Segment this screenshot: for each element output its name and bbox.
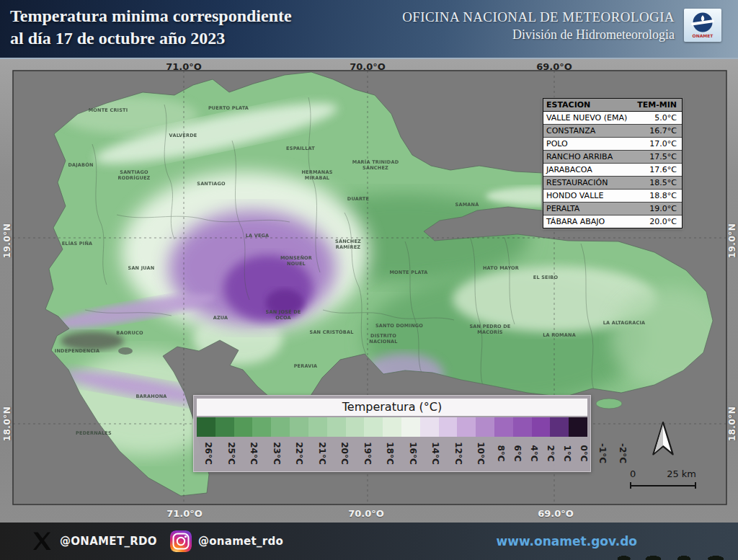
legend-label-cell: 22°C	[288, 438, 311, 468]
onamet-logo: ONAMET	[684, 9, 721, 42]
province-label: LA ROMANA	[533, 332, 585, 338]
legend-label-cell: 2°C	[542, 438, 559, 468]
table-row: JARABACOA 17.6°C	[543, 164, 682, 177]
station-temp: 17.0°C	[636, 138, 682, 150]
latitude-label: 19.0°N	[2, 223, 12, 259]
station-name: RANCHO ARRIBA	[543, 151, 636, 163]
province-label: MONTE PLATA	[383, 270, 435, 275]
legend-label: -1°C	[597, 443, 608, 463]
instagram-icon	[170, 530, 192, 552]
province-label: PEDERNALES	[68, 430, 120, 436]
legend-label-cell: 1°C	[559, 438, 575, 468]
legend-label-cell: 12°C	[447, 438, 470, 468]
province-label: DUARTE	[332, 196, 384, 202]
province-label: ELÍAS PIÑA	[51, 241, 103, 246]
page-title: Temperatura minima correspondiente al dí…	[10, 5, 292, 49]
legend-label: 26°C	[203, 442, 213, 465]
station-name: HONDO VALLE	[543, 190, 636, 202]
table-body: VALLE NUEVO (EMA) 5.0°C CONSTANZA 16.7°C…	[543, 112, 682, 228]
station-temp: 19.0°C	[636, 203, 682, 215]
longitude-label: 70.0°O	[350, 61, 386, 72]
page-title-line1: Temperatura minima correspondiente	[10, 5, 292, 27]
legend-swatch	[327, 417, 346, 437]
scale-bar-line	[630, 482, 696, 489]
province-label: VALVERDE	[157, 133, 209, 138]
legend-label: 0°C	[579, 445, 589, 461]
station-name: RESTAURACIÓN	[543, 177, 636, 189]
legend-swatch	[550, 417, 569, 437]
legend-label: 1°C	[562, 445, 572, 461]
station-name: TÁBARA ABAJO	[543, 215, 636, 228]
legend-label-cell: 14°C	[424, 438, 447, 468]
legend-swatch	[476, 417, 494, 437]
station-name: VALLE NUEVO (EMA)	[543, 112, 636, 124]
organization-name: OFICINA NACIONAL DE METEOROLOGIA Divisió…	[402, 9, 675, 43]
legend-label-cell: 8°C	[492, 438, 509, 468]
svg-text:ONAMET: ONAMET	[693, 33, 714, 38]
table-row: VALLE NUEVO (EMA) 5.0°C	[543, 112, 682, 125]
longitude-label: 71.0°O	[166, 61, 202, 72]
province-label: MONTE CRISTI	[82, 107, 134, 113]
legend-label: 23°C	[271, 442, 281, 465]
north-arrow-icon	[651, 421, 675, 458]
scale-end: 25 km	[667, 468, 696, 479]
instagram-handle[interactable]: @onamet_rdo	[198, 535, 283, 548]
longitude-label: 69.0°O	[536, 61, 572, 72]
legend-label: 4°C	[529, 445, 539, 461]
legend-label-cell: 26°C	[197, 438, 220, 468]
province-label: HERMANAS MIRABAL	[291, 169, 343, 182]
legend-label-cell: 18°C	[378, 438, 401, 468]
legend-label: 14°C	[430, 442, 440, 465]
longitude-label: 70.0°O	[348, 508, 384, 519]
province-label: DISTRITO NACIONAL	[357, 333, 409, 345]
legend-label: 8°C	[495, 445, 505, 461]
legend-label-cell: 16°C	[401, 438, 424, 468]
legend-swatch	[346, 417, 365, 437]
legend-label: 16°C	[407, 442, 417, 465]
org-line2: División de Hidrometeorologia	[402, 27, 675, 43]
legend-labels: 26°C 25°C 24°C 23°C 22°C 21°C 20°C 19°C …	[197, 438, 587, 468]
legend-swatch	[439, 417, 458, 437]
province-label: SANTO DOMINGO	[373, 323, 425, 329]
province-label: BAORUCO	[104, 330, 156, 336]
scale-start: 0	[630, 468, 636, 479]
legend-swatch	[532, 417, 551, 437]
longitude-label: 69.0°O	[538, 508, 574, 519]
legend-label-cell: 20°C	[333, 438, 356, 468]
province-label: SAN CRISTÓBAL	[306, 329, 357, 335]
legend-label: 21°C	[316, 442, 326, 465]
table-header-temp: TEM-MIN	[636, 99, 682, 111]
legend-swatch	[401, 417, 420, 437]
latitude-label: 18.0°N	[2, 406, 12, 442]
province-label: LA ALTAGRACIA	[598, 320, 650, 326]
station-temp: 17.6°C	[636, 164, 682, 176]
province-label: BARAHONA	[125, 394, 177, 399]
legend-colorbar	[197, 417, 587, 437]
legend-label: 6°C	[512, 445, 522, 461]
station-name: JARABACOA	[543, 164, 636, 176]
province-label: SAN JOSÉ DE OCOA	[257, 309, 309, 321]
province-label: SAN PEDRO DE MACORÍS	[464, 324, 516, 336]
legend-label: 22°C	[294, 442, 304, 465]
legend-label-cell: 4°C	[525, 438, 542, 468]
legend-swatch	[252, 417, 271, 437]
province-label: PERAVIA	[280, 363, 332, 369]
table-row: HONDO VALLE 18.8°C	[543, 190, 682, 203]
twitter-handle[interactable]: @ONAMET_RDO	[60, 535, 157, 548]
legend-swatch	[197, 417, 215, 437]
legend-swatch	[420, 417, 439, 437]
legend-swatch	[569, 417, 587, 437]
station-name: CONSTANZA	[543, 125, 636, 137]
legend-label-cell: 10°C	[469, 438, 492, 468]
legend-swatch	[271, 417, 290, 437]
province-label: SÁNCHEZ RAMÍREZ	[322, 239, 374, 251]
legend-swatch	[494, 417, 513, 437]
org-line1: OFICINA NACIONAL DE METEOROLOGIA	[402, 9, 675, 25]
legend-label: 25°C	[226, 442, 236, 465]
website-link[interactable]: www.onamet.gov.do	[497, 534, 637, 548]
legend-label: 20°C	[339, 442, 350, 465]
legend-swatch	[215, 417, 234, 437]
legend-label-cell: 6°C	[509, 438, 525, 468]
station-temp: 5.0°C	[636, 112, 682, 124]
legend-swatch	[513, 417, 532, 437]
